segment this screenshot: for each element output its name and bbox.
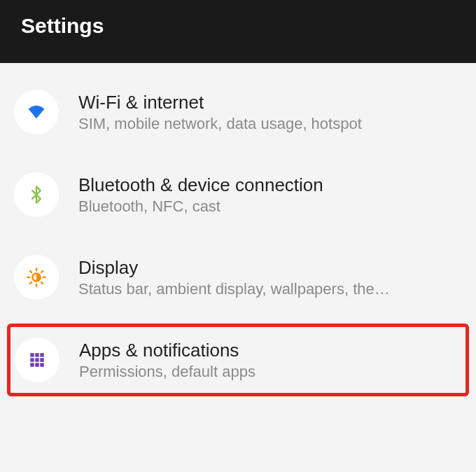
settings-item-title: Apps & notifications <box>79 340 461 361</box>
settings-item-subtitle: SIM, mobile network, data usage, hotspot <box>78 115 462 133</box>
svg-line-7 <box>41 271 43 272</box>
svg-rect-17 <box>40 363 43 366</box>
bluetooth-icon <box>14 172 59 217</box>
svg-rect-13 <box>35 358 38 361</box>
settings-item-title: Display <box>78 257 462 279</box>
settings-item-text: Wi-Fi & internet SIM, mobile network, da… <box>78 92 462 133</box>
settings-item-wifi[interactable]: Wi-Fi & internet SIM, mobile network, da… <box>7 76 469 148</box>
page-title: Settings <box>21 14 104 37</box>
svg-rect-10 <box>35 353 38 356</box>
settings-item-title: Bluetooth & device connection <box>78 174 462 196</box>
svg-rect-14 <box>40 358 43 361</box>
svg-rect-9 <box>30 353 34 356</box>
wifi-icon <box>14 90 59 134</box>
brightness-icon <box>14 255 59 300</box>
settings-item-display[interactable]: Display Status bar, ambient display, wal… <box>7 241 469 314</box>
apps-grid-icon <box>15 338 59 382</box>
settings-list: Wi-Fi & internet SIM, mobile network, da… <box>0 63 476 413</box>
settings-item-bluetooth[interactable]: Bluetooth & device connection Bluetooth,… <box>7 158 469 231</box>
svg-line-6 <box>30 282 31 284</box>
settings-item-subtitle: Permissions, default apps <box>79 363 461 381</box>
settings-item-subtitle: Bluetooth, NFC, cast <box>78 197 462 216</box>
settings-item-title: Wi-Fi & internet <box>78 92 462 113</box>
svg-line-5 <box>41 282 43 284</box>
settings-item-text: Bluetooth & device connection Bluetooth,… <box>78 174 462 216</box>
svg-rect-12 <box>30 358 34 361</box>
settings-item-subtitle: Status bar, ambient display, wallpapers,… <box>78 280 462 298</box>
settings-header: Settings <box>0 0 476 63</box>
svg-line-4 <box>30 271 31 272</box>
svg-rect-11 <box>40 353 43 356</box>
settings-item-text: Display Status bar, ambient display, wal… <box>78 257 462 298</box>
svg-rect-15 <box>30 363 34 366</box>
settings-item-apps[interactable]: Apps & notifications Permissions, defaul… <box>7 324 469 396</box>
settings-item-text: Apps & notifications Permissions, defaul… <box>79 340 461 381</box>
svg-rect-16 <box>35 363 38 366</box>
